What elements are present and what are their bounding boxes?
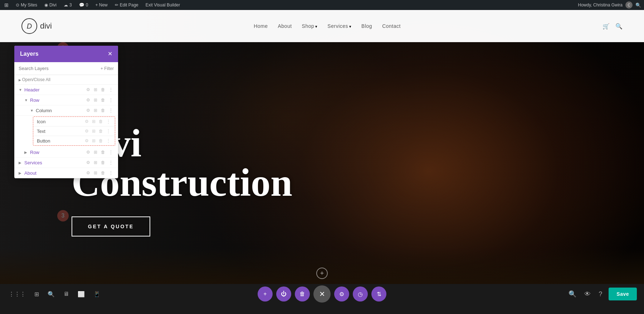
toolbar-help-icon[interactable]: ? bbox=[597, 289, 604, 299]
layers-filter-button[interactable]: + Filter bbox=[101, 66, 114, 71]
layers-panel: Layers ✕ + Filter Open/Close All ▼ Heade… bbox=[14, 46, 118, 178]
bottom-toolbar: ⋮⋮⋮ ⊞ 🔍 🖥 ⬜ 📱 + ⏻ 🗑 ✕ ⚙ ◷ ⇅ 🔍 👁 ? Save bbox=[0, 284, 644, 304]
layers-search-bar: + Filter bbox=[14, 62, 118, 75]
about-settings-btn[interactable]: ⚙ bbox=[86, 170, 91, 176]
layers-close-button[interactable]: ✕ bbox=[108, 51, 112, 57]
admin-exit-builder[interactable]: Exit Visual Builder bbox=[144, 0, 182, 10]
icon-duplicate-btn[interactable]: ⊞ bbox=[91, 119, 96, 124]
about-delete-btn[interactable]: 🗑 bbox=[100, 170, 106, 176]
layer-item-services[interactable]: ▶ Services ⚙ ⊞ 🗑 ⋮ bbox=[14, 158, 118, 168]
row2-duplicate-btn[interactable]: ⊞ bbox=[93, 149, 98, 155]
row2-more-btn[interactable]: ⋮ bbox=[108, 149, 114, 155]
toolbar-desktop-icon[interactable]: 🖥 bbox=[62, 289, 70, 299]
layer-label-column1: Column bbox=[36, 108, 86, 113]
services-more-btn[interactable]: ⋮ bbox=[108, 160, 114, 165]
toolbar-layout-button[interactable]: ⇅ bbox=[371, 286, 386, 301]
toolbar-left: ⋮⋮⋮ ⊞ 🔍 🖥 ⬜ 📱 bbox=[7, 289, 102, 299]
toolbar-trash-button[interactable]: 🗑 bbox=[295, 286, 310, 301]
row2-delete-btn[interactable]: 🗑 bbox=[100, 149, 106, 155]
toolbar-menu-icon[interactable]: ⋮⋮⋮ bbox=[7, 289, 27, 299]
layer-item-header[interactable]: ▼ Header ⚙ ⊞ 🗑 ⋮ bbox=[14, 85, 118, 95]
button-duplicate-btn[interactable]: ⊞ bbox=[91, 138, 96, 144]
layers-search-input[interactable] bbox=[19, 66, 98, 71]
wp-logo[interactable]: ⊞ bbox=[3, 0, 10, 10]
layer-item-row2[interactable]: ▶ Row ⚙ ⊞ 🗑 ⋮ bbox=[14, 147, 118, 158]
text-more-btn[interactable]: ⋮ bbox=[106, 128, 111, 134]
hero-title: Divi Construction bbox=[72, 124, 644, 202]
layer-settings-icon-col1[interactable]: ⚙ bbox=[86, 108, 91, 113]
toolbar-close-button[interactable]: ✕ bbox=[313, 285, 331, 303]
layer-delete-icon-row1[interactable]: 🗑 bbox=[100, 97, 106, 103]
admin-search-icon[interactable]: 🔍 bbox=[635, 3, 641, 8]
layer-settings-icon-row1[interactable]: ⚙ bbox=[86, 97, 91, 103]
layer-item-text[interactable]: Text ⚙ ⊞ 🗑 ⋮ bbox=[33, 126, 115, 136]
save-button[interactable]: Save bbox=[609, 288, 637, 300]
layers-header: Layers ✕ bbox=[14, 46, 118, 62]
nav-item-about[interactable]: About bbox=[278, 23, 292, 29]
about-more-btn[interactable]: ⋮ bbox=[108, 170, 114, 176]
admin-divi[interactable]: ◉ Divi bbox=[43, 0, 58, 10]
toolbar-settings-button[interactable]: ⚙ bbox=[334, 286, 349, 301]
layer-more-icon-row1[interactable]: ⋮ bbox=[108, 97, 114, 103]
layer-duplicate-icon-col1[interactable]: ⊞ bbox=[93, 108, 98, 113]
toolbar-mobile-icon[interactable]: 📱 bbox=[92, 289, 102, 299]
services-duplicate-btn[interactable]: ⊞ bbox=[93, 160, 98, 165]
services-settings-btn[interactable]: ⚙ bbox=[86, 160, 91, 165]
nav-item-services[interactable]: Services bbox=[327, 23, 351, 29]
layer-item-icon[interactable]: Icon ⚙ ⊞ 🗑 ⋮ bbox=[33, 117, 115, 126]
layer-item-about[interactable]: ▶ About ⚙ ⊞ 🗑 ⋮ bbox=[14, 168, 118, 178]
admin-bar: ⊞ ⊙ My Sites ◉ Divi ☁ 3 💬 0 + New ✏ Edit… bbox=[0, 0, 644, 10]
nav-item-home[interactable]: Home bbox=[254, 23, 268, 29]
layer-settings-icon[interactable]: ⚙ bbox=[86, 87, 91, 93]
layer-actions-button: ⚙ ⊞ 🗑 ⋮ bbox=[84, 138, 111, 144]
nav-search-icon[interactable]: 🔍 bbox=[615, 23, 623, 30]
text-duplicate-btn[interactable]: ⊞ bbox=[91, 128, 96, 134]
admin-comments[interactable]: ☁ 3 bbox=[62, 0, 73, 10]
icon-delete-btn[interactable]: 🗑 bbox=[98, 119, 104, 124]
layer-more-icon[interactable]: ⋮ bbox=[108, 87, 114, 93]
get-quote-button[interactable]: GET A QUOTE bbox=[72, 216, 150, 236]
services-delete-btn[interactable]: 🗑 bbox=[100, 160, 106, 165]
admin-new[interactable]: + New bbox=[94, 0, 109, 10]
layer-delete-icon[interactable]: 🗑 bbox=[100, 87, 106, 93]
toolbar-zoom-icon[interactable]: 🔍 bbox=[567, 289, 578, 299]
layer-label-services: Services bbox=[24, 160, 86, 165]
admin-my-sites[interactable]: ⊙ My Sites bbox=[14, 0, 39, 10]
button-settings-btn[interactable]: ⚙ bbox=[84, 138, 89, 144]
layer-item-row1[interactable]: ▼ Row ⚙ ⊞ 🗑 ⋮ bbox=[14, 95, 118, 105]
layer-more-icon-col1[interactable]: ⋮ bbox=[108, 108, 114, 113]
admin-comment-count[interactable]: 💬 0 bbox=[78, 0, 90, 10]
layer-duplicate-icon-row1[interactable]: ⊞ bbox=[93, 97, 98, 103]
layers-open-close-all[interactable]: Open/Close All bbox=[14, 75, 118, 85]
row2-settings-btn[interactable]: ⚙ bbox=[86, 149, 91, 155]
layer-item-column1[interactable]: ▼ Column ⚙ ⊞ 🗑 ⋮ bbox=[14, 105, 118, 116]
icon-more-btn[interactable]: ⋮ bbox=[106, 119, 111, 124]
nav-item-contact[interactable]: Contact bbox=[382, 23, 401, 29]
toolbar-tablet-icon[interactable]: ⬜ bbox=[76, 289, 86, 299]
toolbar-power-button[interactable]: ⏻ bbox=[276, 286, 291, 301]
admin-edit-page[interactable]: ✏ Edit Page bbox=[113, 0, 140, 10]
toolbar-view-icon[interactable]: 👁 bbox=[583, 289, 592, 299]
layer-item-button[interactable]: Button ⚙ ⊞ 🗑 ⋮ bbox=[33, 136, 115, 145]
toolbar-history-button[interactable]: ◷ bbox=[353, 286, 368, 301]
layer-duplicate-icon[interactable]: ⊞ bbox=[93, 87, 98, 93]
text-delete-btn[interactable]: 🗑 bbox=[98, 128, 104, 134]
button-more-btn[interactable]: ⋮ bbox=[106, 138, 111, 144]
icon-settings-btn[interactable]: ⚙ bbox=[84, 119, 89, 124]
button-delete-btn[interactable]: 🗑 bbox=[98, 138, 104, 144]
layer-actions-row1: ⚙ ⊞ 🗑 ⋮ bbox=[86, 97, 114, 103]
text-settings-btn[interactable]: ⚙ bbox=[84, 128, 89, 134]
nav-item-shop[interactable]: Shop bbox=[302, 23, 318, 29]
toolbar-grid-icon[interactable]: ⊞ bbox=[33, 289, 40, 299]
toolbar-search-icon[interactable]: 🔍 bbox=[46, 289, 56, 299]
nav-cart-icon[interactable]: 🛒 bbox=[602, 23, 610, 30]
layer-label-header: Header bbox=[24, 87, 86, 93]
site-logo[interactable]: D divi bbox=[21, 18, 52, 34]
toolbar-add-button[interactable]: + bbox=[258, 286, 273, 301]
nav-item-blog[interactable]: Blog bbox=[361, 23, 372, 29]
about-duplicate-btn[interactable]: ⊞ bbox=[93, 170, 98, 176]
toolbar-right: 🔍 👁 ? Save bbox=[567, 288, 637, 300]
layer-arrow-row1: ▼ bbox=[24, 98, 28, 102]
layer-delete-icon-col1[interactable]: 🗑 bbox=[100, 108, 106, 113]
hero-add-section-button[interactable]: + bbox=[316, 268, 328, 279]
